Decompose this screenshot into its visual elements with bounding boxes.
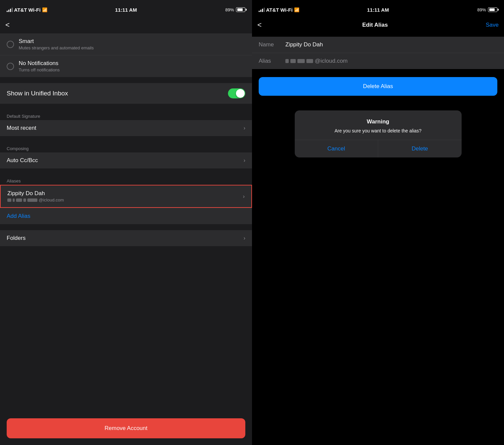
status-left: AT&T Wi-Fi 📶 bbox=[7, 7, 47, 13]
alias-row-right: Alias @icloud.com bbox=[252, 53, 504, 69]
alias-label-right: Alias bbox=[259, 58, 279, 64]
redacted-3 bbox=[16, 198, 22, 202]
show-unified-label: Show in Unified Inbox bbox=[7, 90, 68, 97]
warning-title: Warning bbox=[301, 118, 455, 125]
aliases-label: Aliases bbox=[0, 174, 252, 185]
gap4 bbox=[0, 168, 252, 174]
right-panel: AT&T Wi-Fi 📶 11:11 AM 89% < Edit Alias S… bbox=[252, 0, 504, 445]
name-value: Zippity Do Dah bbox=[285, 41, 323, 48]
warning-modal-overlay: Warning Are you sure you want to delete … bbox=[252, 102, 504, 157]
save-button[interactable]: Save bbox=[486, 22, 499, 28]
wifi-icon-right: 📶 bbox=[294, 7, 299, 12]
battery-fill-right bbox=[489, 8, 495, 11]
alias-domain-right: @icloud.com bbox=[315, 58, 348, 64]
alias-value-row: @icloud.com bbox=[285, 58, 348, 64]
alias-title: Zippity Do Dah bbox=[7, 190, 64, 197]
modal-buttons: Cancel Delete bbox=[295, 140, 462, 157]
folders-title: Folders bbox=[7, 235, 26, 242]
remove-account-button[interactable]: Remove Account bbox=[7, 418, 245, 438]
redacted-1 bbox=[7, 198, 11, 202]
spacer-right bbox=[252, 157, 504, 445]
smart-title: Smart bbox=[19, 38, 94, 45]
r2 bbox=[290, 59, 296, 63]
alias-text: Zippity Do Dah @icloud.com bbox=[7, 190, 64, 202]
modal-body: Warning Are you sure you want to delete … bbox=[295, 110, 462, 140]
battery-tip bbox=[246, 9, 247, 11]
battery-icon bbox=[236, 7, 245, 12]
no-notif-title: No Notifications bbox=[19, 60, 60, 67]
auto-cc-title: Auto Cc/Bcc bbox=[7, 157, 38, 164]
signal-bars-right bbox=[259, 8, 265, 12]
name-label: Name bbox=[259, 41, 279, 48]
edit-alias-title: Edit Alias bbox=[264, 22, 486, 28]
status-right-right: 89% bbox=[477, 7, 497, 12]
default-signature-label: Default Signature bbox=[0, 110, 252, 120]
status-bar-left: AT&T Wi-Fi 📶 11:11 AM 89% bbox=[0, 0, 252, 17]
no-notif-subtitle: Turns off notifications bbox=[19, 67, 60, 72]
show-unified-row[interactable]: Show in Unified Inbox bbox=[0, 83, 252, 104]
status-left-right: AT&T Wi-Fi 📶 bbox=[259, 7, 299, 13]
signal-bars bbox=[7, 8, 13, 12]
no-notif-row[interactable]: No Notifications Turns off notifications bbox=[0, 55, 252, 77]
carrier-label-right: AT&T Wi-Fi bbox=[266, 7, 293, 13]
chevron-auto-cc: › bbox=[244, 157, 245, 163]
left-nav-bar: < bbox=[0, 17, 252, 33]
spacer-left bbox=[0, 246, 252, 410]
smart-row[interactable]: Smart Mutes strangers and automated emai… bbox=[0, 33, 252, 55]
r3 bbox=[297, 59, 305, 63]
battery-pct: 89% bbox=[225, 7, 234, 12]
chevron-alias: › bbox=[243, 193, 245, 199]
alias-domain: @icloud.com bbox=[39, 197, 64, 202]
gap3 bbox=[0, 136, 252, 142]
alias-row[interactable]: Zippity Do Dah @icloud.com › bbox=[0, 185, 252, 208]
smart-text: Smart Mutes strangers and automated emai… bbox=[19, 38, 94, 50]
no-notif-text: No Notifications Turns off notifications bbox=[19, 60, 60, 72]
edit-alias-info: Name Zippity Do Dah Alias @icloud.com bbox=[252, 37, 504, 69]
bar2r bbox=[260, 10, 261, 12]
back-button-right[interactable]: < bbox=[257, 19, 264, 31]
left-panel: AT&T Wi-Fi 📶 11:11 AM 89% < Smart Mutes … bbox=[0, 0, 252, 445]
time-label-right: 11:11 AM bbox=[367, 7, 389, 13]
redacted-4 bbox=[23, 198, 26, 202]
folders-row[interactable]: Folders › bbox=[0, 230, 252, 246]
gap1 bbox=[0, 77, 252, 83]
wifi-icon: 📶 bbox=[42, 7, 47, 12]
most-recent-title: Most recent bbox=[7, 125, 36, 131]
cancel-button[interactable]: Cancel bbox=[295, 140, 379, 157]
chevron-most-recent: › bbox=[244, 125, 245, 131]
gap2 bbox=[0, 104, 252, 110]
redacted-2 bbox=[13, 198, 15, 202]
status-right: 89% bbox=[225, 7, 245, 12]
battery-tip-right bbox=[498, 9, 499, 11]
carrier-label: AT&T Wi-Fi bbox=[14, 7, 41, 13]
no-notif-radio[interactable] bbox=[7, 63, 14, 70]
bar1 bbox=[7, 11, 8, 12]
composing-label: Composing bbox=[0, 142, 252, 152]
auto-cc-row[interactable]: Auto Cc/Bcc › bbox=[0, 152, 252, 168]
smart-radio[interactable] bbox=[7, 41, 14, 48]
add-alias-row[interactable]: Add Alias bbox=[0, 208, 252, 224]
smart-subtitle: Mutes strangers and automated emails bbox=[19, 45, 94, 50]
battery-pct-right: 89% bbox=[477, 7, 486, 12]
delete-alias-button[interactable]: Delete Alias bbox=[259, 77, 497, 96]
warning-message: Are you sure you want to delete the alia… bbox=[301, 128, 455, 134]
bar3 bbox=[10, 9, 11, 12]
status-bar-right: AT&T Wi-Fi 📶 11:11 AM 89% bbox=[252, 0, 504, 17]
battery-fill bbox=[237, 8, 243, 11]
time-label: 11:11 AM bbox=[115, 7, 137, 13]
battery-icon-right bbox=[488, 7, 497, 12]
delete-button[interactable]: Delete bbox=[378, 140, 462, 157]
add-alias-label[interactable]: Add Alias bbox=[7, 213, 30, 219]
chevron-folders: › bbox=[244, 235, 245, 241]
toggle-knob bbox=[236, 89, 245, 98]
name-row: Name Zippity Do Dah bbox=[252, 37, 504, 53]
most-recent-row[interactable]: Most recent › bbox=[0, 120, 252, 136]
back-button-left[interactable]: < bbox=[5, 19, 12, 31]
bar2 bbox=[8, 10, 9, 12]
warning-modal: Warning Are you sure you want to delete … bbox=[295, 110, 462, 157]
unified-toggle[interactable] bbox=[228, 88, 245, 98]
redacted-5 bbox=[27, 198, 37, 202]
notification-options: Smart Mutes strangers and automated emai… bbox=[0, 33, 252, 77]
bar1r bbox=[259, 11, 260, 12]
gap5 bbox=[0, 224, 252, 230]
